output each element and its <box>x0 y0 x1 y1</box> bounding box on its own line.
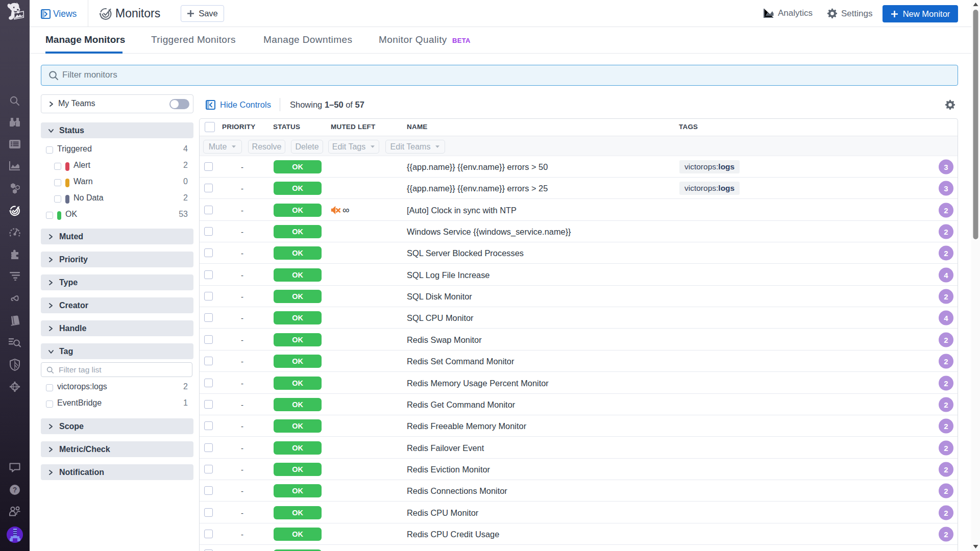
svg-text:?: ? <box>13 486 17 494</box>
